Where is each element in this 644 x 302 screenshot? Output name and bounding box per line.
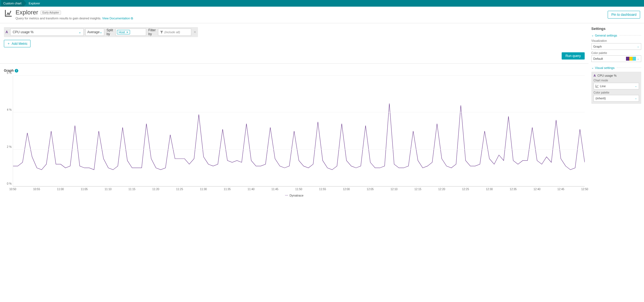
page-subtitle: Query for metrics and transform results … xyxy=(16,17,133,20)
color-palette-field-label: Color palette xyxy=(591,51,641,55)
series-settings-card: A CPU usage % Chart mode Line ⌄ Color pa… xyxy=(591,72,641,104)
color-palette-select[interactable]: Default ⌄ xyxy=(591,55,641,62)
chart-x-axis: 10:5010:5511:0011:0511:1011:1511:2011:25… xyxy=(13,188,585,192)
remove-tag-icon[interactable]: ✕ xyxy=(126,31,128,34)
chevron-down-icon: ⌄ xyxy=(591,33,594,37)
splitby-tag-host: Host ✕ xyxy=(117,30,130,34)
legend-line-icon: 〰 xyxy=(285,194,288,197)
palette-preview xyxy=(626,57,636,61)
breadcrumb-prev-label: Custom chart xyxy=(3,2,21,5)
filterby-label: Filter by xyxy=(148,28,156,36)
chart-y-axis: 0 %2 %4 %6 % xyxy=(4,76,13,187)
subtitle-text: Query for metrics and transform results … xyxy=(16,17,102,20)
page-title: Explorer xyxy=(16,9,38,16)
chevron-down-icon: ⌄ xyxy=(591,66,594,69)
general-settings-label: General settings xyxy=(595,34,617,37)
visualization-select[interactable]: Graph ⌄ xyxy=(591,43,641,50)
breadcrumb-bar: Custom chart Explorer xyxy=(0,0,644,7)
chart-legend: 〰 Dynatrace xyxy=(4,194,585,197)
chevron-down-icon: ⌄ xyxy=(78,30,81,34)
visualization-field-label: Visualization xyxy=(591,39,641,42)
breadcrumb-custom-chart[interactable]: Custom chart xyxy=(1,0,24,7)
visual-settings-accordion[interactable]: ⌄ Visual settings xyxy=(591,66,641,69)
chart-mode-field-label: Chart mode xyxy=(594,79,639,82)
series-palette-field-label: Color palette xyxy=(594,91,639,94)
visual-settings-label: Visual settings xyxy=(595,66,615,69)
color-palette-value: Default xyxy=(593,57,603,60)
graph-section: Graph i 0 %2 %4 %6 % 10:5010:5511:0011:0… xyxy=(0,64,589,202)
external-link-icon: ⧉ xyxy=(131,17,133,20)
add-metric-button[interactable]: ＋ Add Metric xyxy=(4,40,30,47)
series-palette-select[interactable]: (inherit) ⌄ xyxy=(594,95,639,102)
settings-title: Settings xyxy=(591,27,641,31)
tag-label: Host xyxy=(119,30,125,34)
chart-mode-value: Line xyxy=(600,84,606,88)
line-chart-icon xyxy=(595,84,599,88)
chart-mode-select[interactable]: Line ⌄ xyxy=(594,83,639,89)
chevron-down-icon: ⌄ xyxy=(100,30,102,34)
doc-link-label: View Documentation xyxy=(102,17,130,20)
graph-title: Graph i xyxy=(4,69,585,73)
legend-label: Dynatrace xyxy=(289,194,303,197)
metric-select-value: CPU usage % xyxy=(13,30,34,34)
remove-metric-row-button[interactable]: ✕ xyxy=(193,29,197,36)
chart-icon xyxy=(4,9,13,19)
chevron-down-icon: ⌄ xyxy=(635,97,637,100)
series-letter: A xyxy=(594,74,596,77)
page-header: Explorer Early Adopter Query for metrics… xyxy=(0,7,644,23)
chevron-down-icon: ⌄ xyxy=(635,85,637,87)
metric-row-a: A CPU usage % ⌄ Average ⌄ Split by Host … xyxy=(4,27,198,37)
general-settings-accordion[interactable]: ⌄ General settings xyxy=(591,33,641,37)
chevron-down-icon: ⌄ xyxy=(637,57,639,60)
series-title: CPU usage % xyxy=(597,74,617,77)
chart-plot-area[interactable] xyxy=(13,76,585,187)
splitby-label: Split by xyxy=(106,28,114,36)
splitby-input[interactable]: Host ✕ xyxy=(116,29,146,36)
visualization-value: Graph xyxy=(593,45,602,48)
pin-to-dashboard-button[interactable]: Pin to dashboard xyxy=(608,11,640,19)
chevron-down-icon: ⌄ xyxy=(637,45,639,48)
run-query-button[interactable]: Run query xyxy=(562,52,585,60)
aggregation-value: Average xyxy=(87,30,100,34)
query-builder: A CPU usage % ⌄ Average ⌄ Split by Host … xyxy=(0,23,589,50)
info-icon[interactable]: i xyxy=(15,69,18,73)
filter-icon xyxy=(160,30,163,34)
metric-letter: A xyxy=(5,30,9,34)
metric-select[interactable]: CPU usage % ⌄ xyxy=(10,29,84,36)
settings-sidebar: Settings ⌄ General settings Visualizatio… xyxy=(589,23,644,202)
filter-input[interactable]: (include all) xyxy=(158,29,191,36)
aggregation-select[interactable]: Average ⌄ xyxy=(85,29,104,36)
breadcrumb-explorer[interactable]: Explorer xyxy=(24,0,42,7)
early-adopter-badge: Early Adopter xyxy=(40,11,61,15)
series-palette-value: (inherit) xyxy=(595,97,606,100)
view-documentation-link[interactable]: View Documentation ⧉ xyxy=(102,17,133,20)
add-metric-label: Add Metric xyxy=(12,42,27,46)
breadcrumb-current-label: Explorer xyxy=(29,2,40,5)
filter-placeholder: (include all) xyxy=(164,30,180,34)
plus-icon: ＋ xyxy=(7,41,10,46)
